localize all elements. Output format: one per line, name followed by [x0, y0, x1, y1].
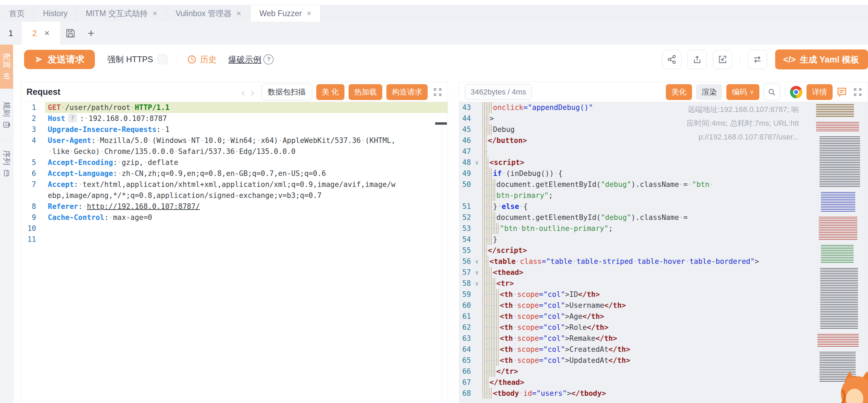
- request-line: 1GET·/user/path/root·HTTP/1.1: [21, 102, 448, 113]
- response-line: 54}: [459, 234, 868, 245]
- fold-caret-icon[interactable]: ∨: [471, 157, 483, 168]
- fold-caret-icon[interactable]: ∨: [471, 256, 483, 267]
- close-icon[interactable]: ×: [307, 9, 311, 18]
- request-line: 5Accept-Encoding:·gzip,·deflate: [21, 157, 448, 168]
- tab-label: 2: [32, 29, 37, 38]
- fullscreen-icon[interactable]: [853, 88, 862, 97]
- sidebar-tab-label: 配置: [1, 53, 12, 68]
- close-icon[interactable]: ×: [44, 28, 50, 38]
- tab-vulinbox[interactable]: Vulinbox 管理器×: [167, 5, 251, 22]
- response-line: 67</thead>: [459, 377, 868, 388]
- minimap[interactable]: [811, 103, 866, 399]
- tab-mitm[interactable]: MITM 交互式劫持×: [77, 5, 167, 22]
- fuzzer-tab-1[interactable]: 1: [0, 22, 22, 45]
- beautify-label: 美 化: [322, 87, 339, 97]
- fold-gutter: [471, 300, 483, 311]
- encode-dropdown[interactable]: 编码 ∨: [726, 84, 759, 100]
- feedback-icon[interactable]: [836, 86, 848, 98]
- fold-gutter: [471, 135, 483, 146]
- force-https-label: 强制 HTTPS: [107, 54, 153, 65]
- response-line: 46</button>: [459, 135, 868, 146]
- beautify-label: 美化: [671, 87, 686, 97]
- fold-gutter: [471, 377, 483, 388]
- fuzzer-sidebar: 配置 规则 序列: [0, 45, 13, 403]
- save-button[interactable]: [60, 22, 81, 45]
- paper-plane-icon: [34, 55, 43, 64]
- detail-button[interactable]: 详情: [806, 84, 833, 100]
- divider: [1, 91, 12, 91]
- add-tab-button[interactable]: +: [81, 22, 101, 45]
- response-line: 52document.getElementById("debug").class…: [459, 212, 868, 223]
- tab-history[interactable]: History: [34, 5, 77, 22]
- generate-yaml-label: 生成 Yaml 模板: [800, 54, 859, 65]
- chevron-left-icon[interactable]: ‹: [238, 86, 248, 98]
- detail-label: 详情: [812, 87, 827, 97]
- fullscreen-icon[interactable]: [433, 88, 442, 97]
- mascot-icon[interactable]: [836, 369, 868, 403]
- search-button[interactable]: [763, 84, 780, 100]
- blast-example-link[interactable]: 爆破示例: [228, 54, 261, 65]
- tab-web-fuzzer[interactable]: Web Fuzzer×: [251, 5, 321, 22]
- render-label: 渲染: [702, 87, 717, 97]
- tab-home[interactable]: 首页: [0, 5, 34, 22]
- construct-request-label: 构造请求: [392, 87, 422, 97]
- construct-request-button[interactable]: 构造请求: [386, 84, 428, 100]
- host-hint-badge[interactable]: ?: [68, 114, 77, 123]
- sidebar-tab-sequence[interactable]: 序列: [0, 142, 13, 186]
- response-meta-overlay: 远端地址:192.168.0.107:8787; 响 应时间:4ms; 总耗时:…: [687, 103, 799, 144]
- request-line: 10: [21, 223, 448, 234]
- response-size-badge: 3462bytes / 4ms: [465, 84, 532, 100]
- drawer-icon: [3, 169, 10, 177]
- sliders-icon: [3, 72, 10, 80]
- fuzzer-tab-2[interactable]: 2 ×: [22, 22, 60, 45]
- sidebar-tab-config[interactable]: 配置: [0, 45, 13, 89]
- response-line: 50document.getElementById("debug").class…: [459, 179, 868, 190]
- packet-scan-label: 数据包扫描: [268, 87, 306, 97]
- close-icon[interactable]: ×: [153, 9, 157, 18]
- response-editor[interactable]: 43onclick="appendDebug()"44>45Debug46</b…: [459, 102, 868, 403]
- response-line: 55</script>: [459, 245, 868, 256]
- fold-gutter: [471, 223, 483, 234]
- scrollbar-thumb[interactable]: [435, 122, 447, 125]
- response-line: 60<th·scope="col">Username</th>: [459, 300, 868, 311]
- question-icon[interactable]: ?: [263, 54, 274, 65]
- share-button[interactable]: [662, 50, 681, 69]
- response-header: 3462bytes / 4ms 美化 渲染 编码 ∨ 详情: [459, 82, 868, 102]
- swap-button[interactable]: [748, 50, 767, 69]
- request-line: 6Accept-Language:·zh-CN,zh;q=0.9,en;q=0.…: [21, 168, 448, 179]
- beautify-button[interactable]: 美 化: [316, 84, 344, 100]
- generate-yaml-button[interactable]: </> 生成 Yaml 模板: [775, 49, 868, 69]
- render-button[interactable]: 渲染: [696, 84, 722, 100]
- packet-scan-button[interactable]: 数据包扫描: [261, 84, 312, 100]
- fold-gutter: [471, 212, 483, 223]
- search-icon: [768, 88, 776, 96]
- fold-gutter: [471, 355, 483, 366]
- response-line: 63<th·scope="col">Remake</th>: [459, 333, 868, 344]
- share-icon: [667, 55, 677, 64]
- chevron-right-icon[interactable]: ›: [248, 86, 257, 98]
- tab-label: MITM 交互式劫持: [86, 8, 148, 19]
- chevron-down-icon: ∨: [750, 89, 754, 95]
- response-line: 53"btn·btn-outline-primary";: [459, 223, 868, 234]
- send-request-button[interactable]: 发送请求: [24, 50, 95, 69]
- tab-label: 1: [9, 29, 13, 38]
- divider: [785, 87, 785, 97]
- force-https-checkbox[interactable]: [158, 55, 167, 64]
- chrome-icon[interactable]: [790, 86, 802, 98]
- fold-gutter: [471, 289, 483, 300]
- close-icon[interactable]: ×: [237, 9, 241, 18]
- request-editor[interactable]: 1GET·/user/path/root·HTTP/1.12Host?:·192…: [21, 102, 448, 403]
- fold-caret-icon[interactable]: ∨: [471, 278, 483, 289]
- fold-caret-icon[interactable]: ∨: [471, 267, 483, 278]
- fold-gutter: [471, 333, 483, 344]
- hot-reload-button[interactable]: 热加载: [349, 84, 382, 100]
- beautify-response-button[interactable]: 美化: [666, 84, 692, 100]
- overlay-line: 远端地址:192.168.0.107:8787; 响: [687, 103, 799, 116]
- code-brackets-icon: </>: [783, 55, 796, 65]
- history-button[interactable]: 历史: [187, 54, 217, 65]
- response-line: 62<th·scope="col">Role</th>: [459, 322, 868, 333]
- export-button[interactable]: [688, 50, 707, 69]
- import-button[interactable]: [713, 50, 732, 69]
- sidebar-tab-rules[interactable]: 规则: [0, 93, 13, 137]
- response-line: 56∨<table·class="table·table-striped·tab…: [459, 256, 868, 267]
